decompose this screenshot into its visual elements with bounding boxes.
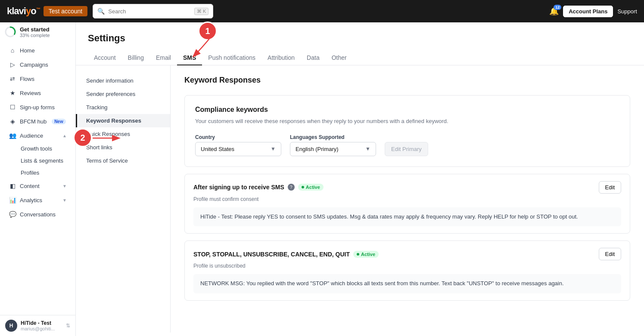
logo-area: klaviyo™ Test account	[7, 6, 87, 17]
audience-left: 👥 Audience	[9, 132, 43, 139]
help-icon-1[interactable]: ?	[288, 184, 295, 191]
campaigns-icon: ▷	[9, 61, 16, 68]
user-name: HiTide - Test	[21, 320, 62, 326]
sidebar-item-campaigns[interactable]: ▷ Campaigns	[3, 58, 73, 71]
search-input[interactable]	[108, 8, 191, 15]
sidebar-item-flows[interactable]: ⇄ Flows	[3, 72, 73, 86]
tab-sms[interactable]: SMS	[177, 51, 202, 65]
response-subtitle-2: Profile is unsubscribed	[193, 263, 621, 269]
search-bar[interactable]: 🔍 ⌘ K	[93, 4, 213, 18]
languages-label: Languages Supported	[290, 134, 376, 140]
active-dot-1	[302, 186, 304, 188]
sidebar-item-lists-segments[interactable]: Lists & segments	[16, 155, 73, 166]
active-badge-2: Active	[353, 251, 379, 258]
language-value: English (Primary)	[296, 146, 339, 152]
bfcm-icon: ◈	[9, 118, 16, 125]
response-item-1-header: After signing up to receive SMS ? Active…	[193, 181, 621, 194]
tab-other[interactable]: Other	[326, 51, 353, 65]
compliance-desc: Your customers will receive these respon…	[195, 117, 619, 126]
settings-main-panel: Keyword Responses Compliance keywords Yo…	[171, 65, 644, 333]
sidebar-item-home-label: Home	[20, 47, 35, 54]
settings-tabs: Account Billing Email SMS Push notificat…	[88, 51, 632, 65]
sidebar-item-audience[interactable]: 👥 Audience ▲	[3, 129, 73, 142]
settings-nav-quick-responses[interactable]: Quick Responses	[76, 127, 170, 141]
tab-account[interactable]: Account	[88, 51, 122, 65]
settings-nav-short-links[interactable]: Short links	[76, 141, 170, 154]
country-chevron-icon: ▼	[271, 146, 276, 152]
sidebar-item-analytics[interactable]: 📊 Analytics ▼	[3, 193, 73, 207]
settings-nav-terms[interactable]: Terms of Service	[76, 154, 170, 167]
reviews-icon: ★	[9, 89, 16, 96]
sidebar-item-reviews[interactable]: ★ Reviews	[3, 86, 73, 100]
user-profile-area[interactable]: H HiTide - Test marius@gohiti... ⇅	[0, 315, 75, 336]
country-group: Country United States ▼	[195, 134, 281, 156]
sidebar-item-signup-forms-label: Sign-up forms	[20, 104, 55, 111]
app-body: Get started 33% complete ⌂ Home ▷ Campai…	[0, 22, 644, 336]
sidebar-item-home[interactable]: ⌂ Home	[3, 43, 73, 57]
bfcm-badge: New	[52, 119, 66, 124]
country-language-row: Country United States ▼ Languages Suppor…	[195, 134, 619, 156]
response-body-1: HiTide - Test: Please reply YES to conse…	[193, 207, 621, 227]
get-started-item[interactable]: Get started 33% complete	[0, 22, 75, 41]
sidebar-item-content[interactable]: ◧ Content ▼	[3, 179, 73, 193]
sidebar-item-reviews-label: Reviews	[20, 90, 41, 96]
signup-forms-icon: ☐	[9, 104, 16, 111]
settings-nav-sender-prefs[interactable]: Sender preferences	[76, 87, 170, 101]
languages-select[interactable]: English (Primary) ▼	[290, 142, 376, 156]
analytics-icon: 📊	[9, 197, 16, 203]
get-started-progress: 33% complete	[20, 33, 50, 38]
content-icon: ◧	[9, 182, 16, 189]
response-subtitle-1: Profile must confirm consent	[193, 196, 621, 202]
user-info: HiTide - Test marius@gohiti...	[21, 320, 62, 331]
top-navigation: klaviyo™ Test account 🔍 ⌘ K 🔔 12 Account…	[0, 0, 644, 22]
edit-button-1[interactable]: Edit	[599, 181, 621, 194]
content-chevron-icon: ▼	[62, 184, 67, 188]
sidebar: Get started 33% complete ⌂ Home ▷ Campai…	[0, 22, 76, 336]
audience-subnav: Growth tools Lists & segments Profiles	[0, 143, 75, 179]
user-avatar: H	[5, 320, 17, 332]
tab-email[interactable]: Email	[150, 51, 177, 65]
languages-group: Languages Supported English (Primary) ▼	[290, 134, 376, 156]
sidebar-item-audience-label: Audience	[20, 133, 43, 139]
main-content: Settings Account Billing Email SMS Push …	[76, 22, 644, 336]
progress-ring-icon	[4, 26, 16, 38]
response-item-1-title: After signing up to receive SMS	[193, 184, 284, 191]
search-shortcut: ⌘ K	[194, 8, 208, 15]
sidebar-item-signup-forms[interactable]: ☐ Sign-up forms	[3, 100, 73, 114]
country-label: Country	[195, 134, 281, 140]
tab-attribution[interactable]: Attribution	[261, 51, 301, 65]
home-icon: ⌂	[9, 47, 16, 54]
tab-push[interactable]: Push notifications	[202, 51, 261, 65]
get-started-text: Get started 33% complete	[20, 26, 50, 38]
sidebar-item-conversations-label: Conversations	[20, 211, 56, 218]
keyword-responses-title: Keyword Responses	[184, 76, 630, 85]
edit-primary-button[interactable]: Edit Primary	[385, 142, 428, 156]
response-item-2-header: STOP, STOPALL, UNSUBSCRIBE, CANCEL, END,…	[193, 248, 621, 260]
page-title: Settings	[88, 33, 632, 44]
sidebar-item-profiles[interactable]: Profiles	[16, 167, 73, 179]
page-header: Settings Account Billing Email SMS Push …	[76, 22, 644, 65]
settings-nav-sender-info[interactable]: Sender information	[76, 74, 170, 87]
sidebar-item-bfcm-label: BFCM hub	[20, 118, 47, 125]
tab-billing[interactable]: Billing	[122, 51, 150, 65]
sidebar-item-bfcm-hub[interactable]: ◈ BFCM hub New	[3, 114, 73, 128]
response-body-2: NETWORK MSG: You replied with the word "…	[193, 274, 621, 293]
edit-button-2[interactable]: Edit	[599, 248, 621, 260]
active-label-1: Active	[306, 185, 320, 190]
sidebar-nav: ⌂ Home ▷ Campaigns ⇄ Flows ★ Reviews ☐ S…	[0, 41, 75, 315]
tab-data[interactable]: Data	[301, 51, 326, 65]
account-name: Test account	[44, 6, 88, 16]
sidebar-item-conversations[interactable]: 💬 Conversations	[3, 207, 73, 221]
settings-nav-keyword-responses[interactable]: Keyword Responses	[76, 114, 170, 127]
support-button[interactable]: Support	[617, 8, 637, 15]
active-dot-2	[357, 253, 359, 256]
settings-nav-tracking[interactable]: Tracking	[76, 101, 170, 114]
country-select[interactable]: United States ▼	[195, 142, 281, 156]
response-item-sms-signup: After signing up to receive SMS ? Active…	[184, 174, 630, 234]
account-plans-button[interactable]: Account Plans	[563, 6, 613, 17]
notifications-button[interactable]: 🔔 12	[549, 6, 559, 16]
nav-right: 🔔 12 Account Plans Support	[549, 6, 637, 17]
response-item-1-title-row: After signing up to receive SMS ? Active	[193, 184, 324, 191]
sidebar-item-growth-tools[interactable]: Growth tools	[16, 143, 73, 154]
analytics-left: 📊 Analytics	[9, 197, 42, 203]
